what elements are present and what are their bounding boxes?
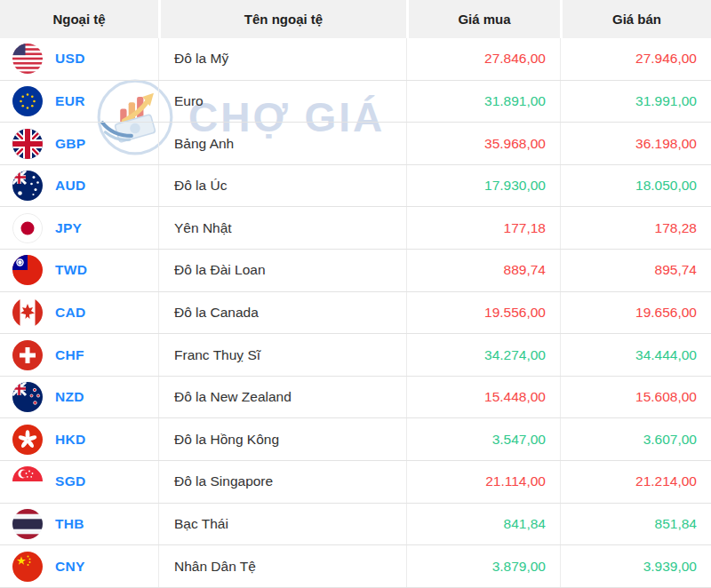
currency-code[interactable]: CAD	[55, 305, 85, 321]
tw-flag-icon	[12, 255, 43, 285]
currency-name: Đô la Úc	[158, 165, 406, 207]
currency-name: Nhân Dân Tệ	[158, 545, 406, 587]
currency-row[interactable]: EUR Euro 31.891,00 31.991,00	[0, 81, 711, 123]
currency-name: Bạc Thái	[158, 504, 406, 545]
sell-price: 19.656,00	[560, 292, 711, 334]
currency-code[interactable]: TWD	[55, 262, 87, 278]
th-flag-icon	[12, 509, 43, 539]
sell-price: 31.991,00	[560, 81, 711, 123]
nz-flag-icon	[12, 382, 43, 412]
currency-row[interactable]: GBP Bảng Anh 35.968,00 36.198,00	[0, 123, 711, 165]
currency-row[interactable]: CHF Franc Thuỵ Sĩ 34.274,00 34.444,00	[0, 334, 711, 377]
currency-name: Đô la New Zealand	[158, 377, 406, 418]
column-header-currency: Ngoại tệ	[0, 0, 158, 38]
buy-price: 177,18	[406, 207, 560, 249]
currency-row[interactable]: CNY Nhân Dân Tệ 3.879,00 3.939,00	[0, 545, 711, 588]
buy-price: 34.274,00	[406, 334, 560, 376]
currency-name: Bảng Anh	[158, 123, 406, 164]
currency-code[interactable]: JPY	[55, 220, 82, 236]
au-flag-icon	[12, 171, 43, 201]
buy-price: 17.930,00	[406, 165, 560, 207]
sell-price: 18.050,00	[560, 165, 711, 207]
buy-price: 841,84	[406, 504, 560, 545]
sell-price: 3.607,00	[560, 418, 711, 460]
buy-price: 19.556,00	[406, 292, 560, 334]
sell-price: 178,28	[560, 207, 711, 249]
currency-code[interactable]: SGD	[55, 473, 86, 489]
hk-flag-icon	[12, 425, 43, 455]
buy-price: 31.891,00	[406, 81, 560, 123]
currency-name: Đô la Singapore	[158, 461, 406, 503]
currency-code[interactable]: CNY	[55, 559, 85, 575]
sell-price: 21.214,00	[560, 461, 711, 503]
sell-price: 34.444,00	[560, 334, 711, 376]
sell-price: 27.946,00	[560, 38, 711, 80]
currency-code[interactable]: CHF	[55, 347, 84, 363]
column-header-name: Tên ngoại tệ	[158, 0, 406, 38]
ca-flag-icon	[12, 298, 43, 328]
currency-name: Euro	[158, 81, 406, 123]
sg-flag-icon	[12, 466, 43, 497]
currency-row[interactable]: CAD Đô la Canada 19.556,00 19.656,00	[0, 292, 711, 335]
eu-flag-icon	[12, 86, 43, 116]
sell-price: 851,84	[560, 504, 711, 545]
currency-name: Đô la Đài Loan	[158, 250, 406, 291]
currency-code[interactable]: GBP	[55, 136, 86, 152]
currency-code[interactable]: USD	[55, 51, 85, 67]
gb-flag-icon	[12, 129, 43, 159]
currency-row[interactable]: JPY Yên Nhật 177,18 178,28	[0, 207, 711, 250]
buy-price: 3.547,00	[406, 418, 560, 460]
currency-name: Đô la Hồng Kông	[158, 418, 406, 460]
cn-flag-icon	[12, 552, 43, 582]
currency-row[interactable]: AUD Đô la Úc 17.930,00 18.050,00	[0, 165, 711, 208]
currency-name: Franc Thuỵ Sĩ	[158, 334, 406, 376]
currency-code[interactable]: EUR	[55, 93, 85, 109]
buy-price: 27.846,00	[406, 38, 560, 80]
buy-price: 21.114,00	[406, 461, 560, 503]
currency-row[interactable]: SGD Đô la Singapore 21.114,00 21.214,00	[0, 461, 711, 504]
buy-price: 889,74	[406, 250, 560, 291]
us-flag-icon	[12, 44, 43, 74]
currency-code[interactable]: HKD	[55, 432, 85, 448]
buy-price: 3.879,00	[406, 545, 560, 587]
currency-row[interactable]: NZD Đô la New Zealand 15.448,00 15.608,0…	[0, 377, 711, 419]
column-header-buy: Giá mua	[406, 0, 560, 38]
buy-price: 35.968,00	[406, 123, 560, 164]
sell-price: 895,74	[560, 250, 711, 291]
currency-code[interactable]: AUD	[55, 178, 85, 194]
table-header: Ngoại tệ Tên ngoại tệ Giá mua Giá bán	[0, 0, 711, 38]
jp-flag-icon	[12, 213, 43, 243]
currency-name: Đô la Mỹ	[158, 38, 406, 80]
currency-row[interactable]: TWD Đô la Đài Loan 889,74 895,74	[0, 250, 711, 292]
sell-price: 15.608,00	[560, 377, 711, 418]
sell-price: 36.198,00	[560, 123, 711, 164]
ch-flag-icon	[12, 340, 43, 370]
exchange-rate-table: CHỢ GIÁ Ngoại tệ Tên ngoại tệ Giá mua Gi…	[0, 0, 711, 588]
currency-row[interactable]: THB Bạc Thái 841,84 851,84	[0, 504, 711, 546]
sell-price: 3.939,00	[560, 545, 711, 587]
column-header-sell: Giá bán	[560, 0, 711, 38]
currency-name: Đô la Canada	[158, 292, 406, 334]
buy-price: 15.448,00	[406, 377, 560, 418]
currency-row[interactable]: USD Đô la Mỹ 27.846,00 27.946,00	[0, 38, 711, 81]
currency-code[interactable]: NZD	[55, 389, 84, 405]
currency-row[interactable]: HKD Đô la Hồng Kông 3.547,00 3.607,00	[0, 418, 711, 461]
currency-code[interactable]: THB	[55, 516, 84, 532]
table-body: USD Đô la Mỹ 27.846,00 27.946,00 EUR Eur…	[0, 38, 711, 588]
currency-name: Yên Nhật	[158, 207, 406, 249]
